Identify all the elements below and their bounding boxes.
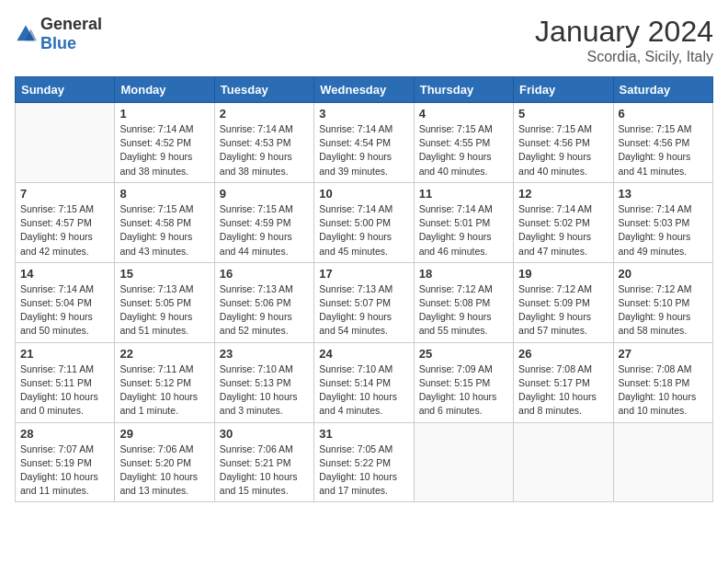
day-number: 9	[220, 187, 309, 201]
location: Scordia, Sicily, Italy	[535, 49, 713, 65]
day-info: Sunrise: 7:13 AMSunset: 5:05 PMDaylight:…	[119, 282, 209, 339]
calendar-cell: 5Sunrise: 7:15 AMSunset: 4:56 PMDaylight…	[514, 103, 613, 183]
day-info: Sunrise: 7:15 AMSunset: 4:57 PMDaylight:…	[20, 202, 109, 259]
day-info: Sunrise: 7:14 AMSunset: 4:54 PMDaylight:…	[319, 122, 408, 178]
day-info: Sunrise: 7:11 AMSunset: 5:11 PMDaylight:…	[20, 362, 109, 419]
calendar-cell	[414, 422, 513, 502]
day-info: Sunrise: 7:07 AMSunset: 5:19 PMDaylight:…	[20, 442, 109, 499]
calendar-table: SundayMondayTuesdayWednesdayThursdayFrid…	[15, 76, 713, 502]
day-info: Sunrise: 7:14 AMSunset: 4:52 PMDaylight:…	[119, 122, 209, 178]
title-block: January 2024 Scordia, Sicily, Italy	[535, 15, 713, 65]
day-info: Sunrise: 7:14 AMSunset: 5:01 PMDaylight:…	[419, 202, 508, 259]
calendar-cell: 31Sunrise: 7:05 AMSunset: 5:22 PMDayligh…	[314, 422, 414, 502]
day-number: 24	[319, 347, 408, 361]
day-number: 16	[220, 267, 309, 281]
day-info: Sunrise: 7:06 AMSunset: 5:20 PMDaylight:…	[119, 442, 209, 499]
day-info: Sunrise: 7:12 AMSunset: 5:10 PMDaylight:…	[619, 282, 708, 339]
calendar-cell: 27Sunrise: 7:08 AMSunset: 5:18 PMDayligh…	[613, 342, 712, 422]
day-info: Sunrise: 7:13 AMSunset: 5:07 PMDaylight:…	[319, 282, 408, 339]
calendar-cell: 12Sunrise: 7:14 AMSunset: 5:02 PMDayligh…	[514, 182, 613, 262]
calendar-cell: 4Sunrise: 7:15 AMSunset: 4:55 PMDaylight…	[414, 103, 513, 183]
calendar-cell: 6Sunrise: 7:15 AMSunset: 4:56 PMDaylight…	[613, 103, 712, 183]
day-number: 13	[619, 187, 708, 201]
day-info: Sunrise: 7:10 AMSunset: 5:13 PMDaylight:…	[220, 362, 309, 419]
day-number: 23	[220, 347, 309, 361]
day-number: 31	[319, 427, 408, 441]
day-number: 11	[419, 187, 508, 201]
day-info: Sunrise: 7:15 AMSunset: 4:58 PMDaylight:…	[119, 202, 209, 259]
calendar-cell: 3Sunrise: 7:14 AMSunset: 4:54 PMDaylight…	[314, 103, 414, 183]
week-row-2: 7Sunrise: 7:15 AMSunset: 4:57 PMDaylight…	[16, 182, 713, 262]
day-info: Sunrise: 7:12 AMSunset: 5:08 PMDaylight:…	[419, 282, 508, 339]
day-number: 17	[319, 267, 408, 281]
calendar-cell: 17Sunrise: 7:13 AMSunset: 5:07 PMDayligh…	[314, 262, 414, 342]
day-info: Sunrise: 7:14 AMSunset: 4:53 PMDaylight:…	[220, 122, 309, 178]
day-number: 3	[319, 107, 408, 121]
day-number: 18	[419, 267, 508, 281]
day-info: Sunrise: 7:15 AMSunset: 4:55 PMDaylight:…	[419, 122, 508, 178]
day-number: 4	[419, 107, 508, 121]
days-header-row: SundayMondayTuesdayWednesdayThursdayFrid…	[16, 77, 713, 103]
calendar-cell: 2Sunrise: 7:14 AMSunset: 4:53 PMDaylight…	[214, 103, 313, 183]
day-header-friday: Friday	[514, 77, 613, 103]
day-number: 27	[619, 347, 708, 361]
calendar-cell: 26Sunrise: 7:08 AMSunset: 5:17 PMDayligh…	[514, 342, 613, 422]
calendar-cell: 11Sunrise: 7:14 AMSunset: 5:01 PMDayligh…	[414, 182, 513, 262]
calendar-cell: 23Sunrise: 7:10 AMSunset: 5:13 PMDayligh…	[214, 342, 313, 422]
day-number: 12	[518, 187, 608, 201]
day-number: 21	[20, 347, 109, 361]
calendar-cell: 30Sunrise: 7:06 AMSunset: 5:21 PMDayligh…	[214, 422, 313, 502]
calendar-cell: 10Sunrise: 7:14 AMSunset: 5:00 PMDayligh…	[314, 182, 414, 262]
calendar-cell	[514, 422, 613, 502]
day-info: Sunrise: 7:12 AMSunset: 5:09 PMDaylight:…	[518, 282, 608, 339]
day-number: 29	[119, 427, 209, 441]
day-info: Sunrise: 7:06 AMSunset: 5:21 PMDaylight:…	[220, 442, 309, 499]
day-header-sunday: Sunday	[16, 77, 115, 103]
day-info: Sunrise: 7:13 AMSunset: 5:06 PMDaylight:…	[220, 282, 309, 339]
day-number: 8	[119, 187, 209, 201]
calendar-cell	[16, 103, 115, 183]
day-number: 20	[619, 267, 708, 281]
day-info: Sunrise: 7:10 AMSunset: 5:14 PMDaylight:…	[319, 362, 408, 419]
day-info: Sunrise: 7:11 AMSunset: 5:12 PMDaylight:…	[119, 362, 209, 419]
calendar-cell: 22Sunrise: 7:11 AMSunset: 5:12 PMDayligh…	[115, 342, 214, 422]
calendar-cell	[613, 422, 712, 502]
logo-text-blue: Blue	[40, 34, 76, 52]
week-row-3: 14Sunrise: 7:14 AMSunset: 5:04 PMDayligh…	[16, 262, 713, 342]
week-row-4: 21Sunrise: 7:11 AMSunset: 5:11 PMDayligh…	[16, 342, 713, 422]
day-header-saturday: Saturday	[613, 77, 712, 103]
day-info: Sunrise: 7:15 AMSunset: 4:59 PMDaylight:…	[220, 202, 309, 259]
calendar-body: 1Sunrise: 7:14 AMSunset: 4:52 PMDaylight…	[16, 103, 713, 502]
day-info: Sunrise: 7:15 AMSunset: 4:56 PMDaylight:…	[619, 122, 708, 178]
week-row-1: 1Sunrise: 7:14 AMSunset: 4:52 PMDaylight…	[16, 103, 713, 183]
calendar-cell: 29Sunrise: 7:06 AMSunset: 5:20 PMDayligh…	[115, 422, 214, 502]
day-info: Sunrise: 7:09 AMSunset: 5:15 PMDaylight:…	[419, 362, 508, 419]
day-number: 1	[119, 107, 209, 121]
day-number: 28	[20, 427, 109, 441]
day-info: Sunrise: 7:15 AMSunset: 4:56 PMDaylight:…	[518, 122, 608, 178]
month-title: January 2024	[535, 15, 713, 49]
day-header-tuesday: Tuesday	[214, 77, 313, 103]
week-row-5: 28Sunrise: 7:07 AMSunset: 5:19 PMDayligh…	[16, 422, 713, 502]
day-info: Sunrise: 7:14 AMSunset: 5:00 PMDaylight:…	[319, 202, 408, 259]
calendar-cell: 7Sunrise: 7:15 AMSunset: 4:57 PMDaylight…	[16, 182, 115, 262]
day-info: Sunrise: 7:05 AMSunset: 5:22 PMDaylight:…	[319, 442, 408, 499]
calendar-cell: 15Sunrise: 7:13 AMSunset: 5:05 PMDayligh…	[115, 262, 214, 342]
calendar-cell: 14Sunrise: 7:14 AMSunset: 5:04 PMDayligh…	[16, 262, 115, 342]
calendar-cell: 28Sunrise: 7:07 AMSunset: 5:19 PMDayligh…	[16, 422, 115, 502]
day-number: 26	[518, 347, 608, 361]
day-header-thursday: Thursday	[414, 77, 513, 103]
day-number: 6	[619, 107, 708, 121]
day-number: 22	[119, 347, 209, 361]
day-number: 15	[119, 267, 209, 281]
page-header: General Blue January 2024 Scordia, Sicil…	[15, 15, 713, 65]
day-number: 10	[319, 187, 408, 201]
day-info: Sunrise: 7:08 AMSunset: 5:17 PMDaylight:…	[518, 362, 608, 419]
day-number: 5	[518, 107, 608, 121]
day-info: Sunrise: 7:08 AMSunset: 5:18 PMDaylight:…	[619, 362, 708, 419]
calendar-cell: 8Sunrise: 7:15 AMSunset: 4:58 PMDaylight…	[115, 182, 214, 262]
calendar-cell: 9Sunrise: 7:15 AMSunset: 4:59 PMDaylight…	[214, 182, 313, 262]
calendar-cell: 24Sunrise: 7:10 AMSunset: 5:14 PMDayligh…	[314, 342, 414, 422]
day-number: 2	[220, 107, 309, 121]
day-info: Sunrise: 7:14 AMSunset: 5:04 PMDaylight:…	[20, 282, 109, 339]
